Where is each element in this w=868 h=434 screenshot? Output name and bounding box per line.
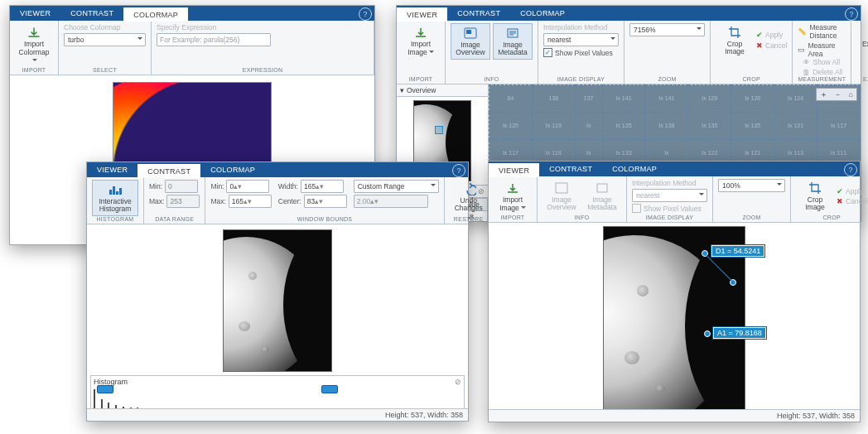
interp-select[interactable]: nearest (543, 33, 619, 46)
group-expression: Specify Expression For Example: parula(2… (152, 21, 374, 75)
tab-colormap[interactable]: COLORMAP (123, 6, 188, 22)
zoom-out-icon[interactable]: － (834, 89, 841, 100)
import-image-button[interactable]: Import Image (494, 179, 532, 215)
window-viewer-measure: VIEWER CONTRAST COLORMAP ? Import Image … (488, 161, 861, 422)
image-overview-button[interactable]: Image Overview (451, 23, 490, 60)
svg-rect-8 (597, 184, 607, 192)
svg-rect-5 (116, 191, 118, 195)
tab-viewer[interactable]: VIEWER (489, 162, 539, 177)
tab-bar: VIEWER CONTRAST COLORMAP ? (489, 162, 860, 176)
svg-rect-3 (109, 190, 112, 195)
area-badge[interactable]: A1 = 79.8168 (712, 326, 767, 340)
crop-image-button[interactable]: Crop Image (716, 23, 754, 58)
import-label: Import (24, 41, 44, 48)
gamma-input: 2.00 ▴▾ (354, 195, 428, 208)
undo-icon (461, 181, 476, 196)
tab-bar: VIEWER CONTRAST COLORMAP ? (87, 162, 468, 177)
group-info: Image Overview Image Metadata INFO (538, 176, 627, 222)
max-readonly: 253 (166, 195, 200, 208)
tab-viewer[interactable]: VIEWER (87, 162, 137, 177)
crop-image-button[interactable]: Crop Image (796, 179, 834, 214)
group-label-expression: EXPRESSION (157, 67, 369, 73)
viewport-indicator[interactable] (435, 126, 443, 134)
tab-contrast[interactable]: CONTRAST (447, 6, 510, 21)
histogram-chart[interactable]: 050100150200250 Intensity (94, 388, 461, 408)
width-input[interactable]: 165 ▴▾ (301, 180, 344, 193)
group-restore: Undo Changes RESTORE (445, 177, 494, 224)
help-icon[interactable]: ? (452, 164, 465, 177)
moon-image (223, 229, 332, 372)
group-crop: Crop Image ✔Apply ✖Cancel CROP (791, 176, 868, 222)
group-histogram: Interactive Histogram HISTOGRAM (87, 177, 144, 224)
colormap-select[interactable]: turbo (64, 33, 146, 46)
window-contrast: VIEWER CONTRAST COLORMAP ? Interactive H… (86, 162, 469, 422)
home-icon[interactable]: ⌂ (848, 90, 852, 99)
group-data-range: Min:0 Max:253 DATA RANGE (144, 177, 205, 224)
dropdown-caret (31, 58, 37, 65)
image-overview-button[interactable]: Image Overview (542, 179, 581, 214)
viewer-canvas[interactable]: D1 = 54.5241 A1 = 79.8168 (489, 223, 860, 409)
delete-all-button[interactable]: 🗑Delete All (803, 68, 846, 76)
tab-bar: VIEWER CONTRAST COLORMAP ? (10, 6, 374, 21)
tab-viewer[interactable]: VIEWER (397, 6, 447, 22)
histogram-icon (108, 182, 123, 197)
colormap-label: Colormap (19, 49, 50, 56)
import-image-button[interactable]: Import Colormap (15, 23, 53, 67)
undo-changes-button[interactable]: Undo Changes (450, 180, 488, 215)
image-metadata-button[interactable]: Image Metadata (583, 179, 621, 214)
check-icon: ✔ (837, 187, 843, 195)
help-icon[interactable]: ? (845, 7, 858, 21)
center-input[interactable]: 83 ▴▾ (304, 195, 347, 208)
zoom-in-icon[interactable]: ＋ (820, 89, 827, 100)
distance-badge[interactable]: D1 = 54.5241 (711, 244, 765, 258)
ribbon: Import Colormap IMPORT Choose Colormap t… (10, 21, 374, 75)
group-window-bounds: Min:0 ▴▾ Max:165 ▴▾ Width:165 ▴▾ Center:… (205, 177, 444, 224)
overview-header[interactable]: ▾Overview (397, 84, 488, 97)
group-import: Import Image IMPORT (489, 176, 538, 222)
zoom-select[interactable]: 100% (718, 179, 785, 192)
show-pixel-checkbox[interactable]: ✓ (543, 48, 552, 57)
expression-input[interactable]: For Example: parula(256) (157, 33, 271, 46)
status-bar: Height: 537, Width: 358 (489, 409, 860, 422)
metadata-icon (505, 26, 520, 41)
tab-colormap[interactable]: COLORMAP (602, 162, 667, 176)
area-vertex[interactable] (704, 330, 711, 337)
tab-viewer[interactable]: VIEWER (10, 6, 60, 21)
tab-contrast[interactable]: CONTRAST (60, 6, 123, 21)
contrast-body: Histogram ⊘ 050100150200250 Intensity (87, 224, 468, 408)
measure-area-button[interactable]: ▭Measure Area (798, 41, 846, 58)
tab-colormap[interactable]: COLORMAP (510, 6, 575, 21)
dropdown-caret: Image (407, 49, 434, 56)
chevron-down-icon: ▾ (400, 86, 404, 94)
help-icon[interactable]: ? (359, 7, 372, 21)
max-input[interactable]: 165 ▴▾ (229, 195, 272, 208)
trash-icon: 🗑 (803, 68, 810, 76)
slider-max-handle[interactable] (321, 385, 338, 393)
import-image-button[interactable]: Import Image (402, 23, 440, 59)
group-select: Choose Colormap turbo SELECT (59, 21, 152, 75)
range-mode-select[interactable]: Custom Range (354, 180, 439, 193)
image-metadata-button[interactable]: Image Metadata (493, 23, 533, 60)
area-icon: ▭ (798, 46, 805, 54)
show-pixel-checkbox[interactable] (632, 204, 641, 213)
zoom-select[interactable]: 7156% (629, 23, 705, 36)
tab-contrast[interactable]: CONTRAST (137, 162, 200, 178)
interactive-histogram-button[interactable]: Interactive Histogram (92, 180, 138, 216)
crop-icon (808, 181, 822, 195)
cancel-icon: ✖ (756, 41, 763, 50)
pan-zoom-toolbar[interactable]: ＋ － ⌂ (816, 88, 857, 101)
min-input[interactable]: 0 ▴▾ (226, 180, 269, 193)
metadata-icon (595, 181, 610, 195)
show-all-button[interactable]: 👁Show All (803, 58, 846, 66)
tab-colormap[interactable]: COLORMAP (200, 162, 265, 177)
import-icon (413, 25, 428, 40)
close-panel-icon[interactable]: ⊘ (455, 378, 461, 386)
export-button[interactable]: Export (856, 23, 868, 50)
interp-select[interactable]: nearest (632, 189, 707, 202)
help-icon[interactable]: ? (844, 163, 857, 176)
group-zoom: 7156% ZOOM (624, 21, 711, 84)
slider-min-handle[interactable] (97, 385, 113, 393)
svg-rect-6 (119, 188, 122, 195)
tab-contrast[interactable]: CONTRAST (539, 162, 602, 176)
measure-distance-button[interactable]: 📏Measure Distance (798, 23, 846, 40)
